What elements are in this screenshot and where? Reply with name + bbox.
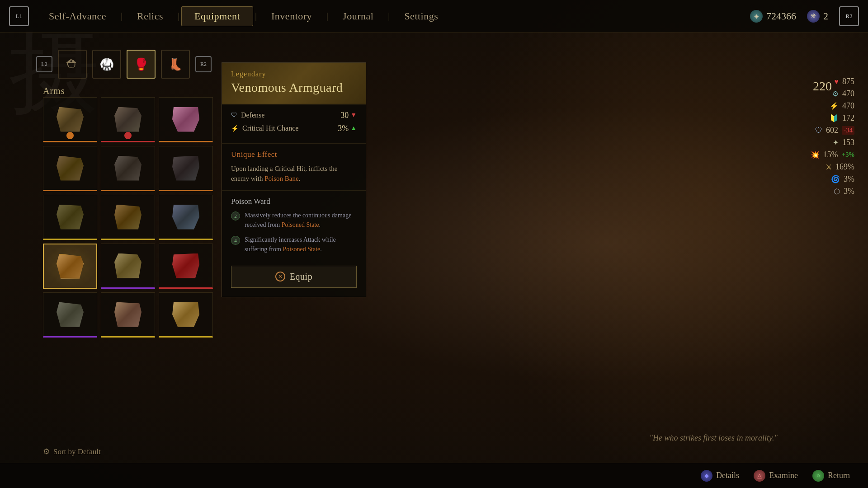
item-10-icon — [57, 254, 84, 279]
equip-btn-icon: ✕ — [275, 272, 285, 282]
item-1[interactable] — [43, 97, 97, 142]
stat-defense: 🛡 602 -34 — [811, 126, 854, 135]
slot-legs[interactable]: 👢 — [161, 50, 190, 79]
unique-section: Unique Effect Upon landing a Critical Hi… — [222, 144, 366, 191]
details-icon: ◆ — [701, 470, 712, 482]
stamina-value: 470 — [842, 89, 854, 99]
items-grid — [43, 97, 213, 338]
attack-value: 169% — [835, 162, 854, 172]
item-9-icon — [172, 205, 199, 230]
nav-bar: L1 Self-Advance | Relics | Equipment | I… — [0, 0, 868, 33]
nav-item-self-advance[interactable]: Self-Advance — [36, 7, 119, 26]
right-stats: ♥ 875 ⚙ 470 ⚡ 470 🔰 172 🛡 602 -34 ✦ 153 … — [811, 77, 854, 196]
resistance-icon: ✦ — [833, 138, 839, 147]
item-11-icon — [114, 253, 142, 278]
sort-button[interactable]: ⚙ Sort by Default — [43, 447, 101, 456]
item-10[interactable] — [43, 244, 97, 289]
stat-hp: ♥ 875 — [811, 77, 854, 86]
nav-btn-r1[interactable]: R2 — [839, 6, 859, 26]
sort-icon: ⚙ — [43, 447, 50, 456]
slot-armor[interactable]: 🥋 — [92, 50, 121, 79]
slot-nav-left[interactable]: L2 — [36, 56, 52, 72]
item-13[interactable] — [43, 292, 97, 338]
defense-stat-icon: 🛡 — [815, 127, 822, 135]
armor-icon: 🔰 — [830, 114, 839, 122]
item-9[interactable] — [159, 195, 213, 240]
nav-item-inventory[interactable]: Inventory — [259, 7, 325, 26]
unique-highlight: Poison Bane — [264, 175, 298, 182]
item-12[interactable] — [159, 244, 213, 289]
quote: "He who strikes first loses in morality.… — [649, 433, 778, 443]
hp-value: 875 — [842, 77, 854, 86]
bottom-bar: ◆ Details △ Examine ○ Return — [0, 463, 868, 488]
stat-resistance: ✦ 153 — [811, 138, 854, 147]
item-7-icon — [57, 205, 84, 230]
examine-label: Examine — [769, 471, 798, 480]
item-3[interactable] — [159, 97, 213, 142]
defense-value-group: 30 ▼ — [340, 111, 357, 120]
return-button[interactable]: ○ Return — [812, 470, 850, 482]
item-5-icon — [114, 156, 142, 181]
poison-item-2: 4 Significantly increases Attack while s… — [231, 235, 357, 254]
detail-panel: Legendary Venomous Armguard 🛡 Defense 30… — [222, 62, 366, 297]
item-12-icon — [172, 253, 199, 278]
currency-1-icon: ◈ — [750, 10, 763, 23]
item-11[interactable] — [101, 244, 155, 289]
speed-icon: 🌀 — [831, 175, 840, 183]
defense-delta: -34 — [842, 126, 854, 135]
item-8-icon — [114, 205, 142, 230]
crit-rate-value: 15% — [823, 150, 838, 160]
speed-value: 3% — [844, 174, 854, 184]
item-15[interactable] — [159, 292, 213, 338]
nav-sep-1: | — [119, 11, 124, 21]
item-6[interactable] — [159, 146, 213, 191]
currency-1-value: 724366 — [766, 10, 796, 22]
nav-btn-l1[interactable]: L1 — [9, 6, 29, 26]
currency-2-value: 2 — [823, 10, 828, 22]
item-5[interactable] — [101, 146, 155, 191]
item-2[interactable] — [101, 97, 155, 142]
examine-button[interactable]: △ Examine — [754, 470, 798, 482]
stat-defense-label: 🛡 Defense — [231, 111, 264, 119]
item-7[interactable] — [43, 195, 97, 240]
slot-helm[interactable]: ⛑ — [58, 50, 87, 79]
stat-speed: 🌀 3% — [811, 174, 854, 184]
item-4[interactable] — [43, 146, 97, 191]
slot-arms[interactable]: 🥊 — [127, 50, 156, 79]
stat-row-crit: ⚡ Critical Hit Chance 3% ▲ — [231, 124, 357, 133]
poison-num-1: 2 — [231, 211, 240, 221]
details-button[interactable]: ◆ Details — [701, 470, 739, 482]
detail-name: Venomous Armguard — [231, 81, 357, 95]
unique-title: Unique Effect — [231, 150, 357, 159]
stat-energy: ⚡ 470 — [811, 101, 854, 111]
poison-section: Poison Ward 2 Massively reduces the cont… — [222, 191, 366, 266]
attack-icon: ⚔ — [826, 163, 832, 171]
equipped-indicator-2 — [124, 132, 132, 139]
item-2-icon — [114, 107, 142, 132]
energy-value: 470 — [842, 101, 854, 111]
item-4-icon — [57, 156, 84, 181]
item-8[interactable] — [101, 195, 155, 240]
nav-items: Self-Advance | Relics | Equipment | Inve… — [36, 6, 750, 26]
equipped-indicator-1 — [66, 132, 74, 139]
return-label: Return — [828, 471, 850, 480]
stat-row-defense: 🛡 Defense 30 ▼ — [231, 111, 357, 120]
nav-right: ◈ 724366 ❋ 2 R2 — [750, 6, 859, 26]
item-14[interactable] — [101, 292, 155, 338]
detail-stats: 🛡 Defense 30 ▼ ⚡ Critical Hit Chance 3% … — [222, 104, 366, 144]
nav-item-journal[interactable]: Journal — [330, 7, 386, 26]
currency-2-icon: ❋ — [807, 10, 820, 23]
last-value: 3% — [844, 187, 854, 196]
crit-value: 3% — [338, 124, 349, 133]
nav-item-equipment[interactable]: Equipment — [181, 6, 253, 26]
defense-stat-value: 602 — [826, 126, 838, 135]
item-14-icon — [114, 302, 142, 327]
slot-nav-right[interactable]: R2 — [195, 56, 212, 72]
nav-item-settings[interactable]: Settings — [392, 7, 451, 26]
defense-label: Defense — [241, 111, 264, 119]
equip-button[interactable]: ✕ Equip — [231, 266, 357, 288]
nav-item-relics[interactable]: Relics — [124, 7, 176, 26]
sort-label: Sort by Default — [53, 447, 101, 456]
examine-icon: △ — [754, 470, 765, 482]
stat-attack: ⚔ 169% — [811, 162, 854, 172]
